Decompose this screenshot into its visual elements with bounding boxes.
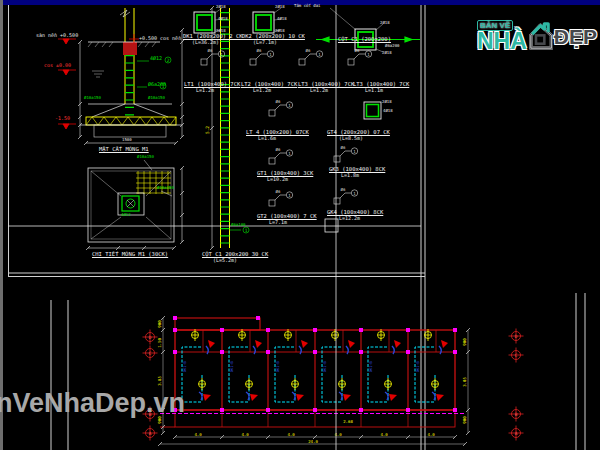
svg-text:900: 900 [462, 416, 467, 424]
rebar-label: Ø6a100 [231, 223, 245, 227]
rebar-label: Ø10a150 [84, 96, 101, 100]
svg-text:D: D [515, 334, 518, 339]
rebar-label: 2Ø18 [216, 29, 226, 33]
watermark-text: nVeNhaDep.vn [0, 388, 185, 419]
rebar-label: 4Ø18 [383, 109, 393, 113]
drawing-title-cross-section: MẶT CẮT MÓNG M1 [99, 146, 149, 152]
svg-text:DK1-B: DK1-B [323, 361, 327, 372]
beam-length-gk3: L=1.8m [341, 173, 359, 179]
beam-length-lt3: L=1.2m [310, 88, 328, 94]
foundation-cross-section: 2 1 [58, 8, 184, 145]
svg-text:Ø6: Ø6 [257, 48, 262, 53]
logo-house-icon [527, 13, 554, 59]
tie-note: Tâm cốt đai [294, 4, 321, 8]
foundation-beams-cyan [182, 347, 435, 402]
cad-drawing-canvas[interactable]: 2 1 [0, 0, 600, 450]
svg-text:4.0: 4.0 [380, 432, 388, 437]
crosshair-cursor [8, 5, 421, 450]
level-label: sàn nền +0.500 [36, 33, 78, 39]
rebar-label: 2Ø18 [275, 29, 285, 33]
svg-text:1: 1 [367, 52, 370, 57]
rebar-label: Ø6a200 [148, 82, 166, 88]
svg-text:1: 1 [288, 103, 291, 108]
svg-text:1: 1 [353, 149, 356, 154]
beam-length-lt2: L=1.2m [253, 88, 271, 94]
svg-text:DK1-B: DK1-B [230, 361, 234, 372]
svg-text:Ø6: Ø6 [355, 48, 360, 53]
rebar-label: 2Ø18 [382, 51, 392, 55]
svg-text:3.85: 3.85 [157, 376, 162, 386]
beam-length-lt3b: L=1.1m [365, 88, 383, 94]
rebar-label: 2Ø18 [275, 5, 285, 9]
beam-length-gk4: L=12.2m [339, 216, 360, 222]
svg-text:1: 1 [288, 193, 291, 198]
section-title-cot-c1: CỘT C1 (200x200) [338, 36, 391, 42]
svg-text:1: 1 [269, 52, 272, 57]
beam-title-lt4: LT 4 (100x200) 07CK [246, 129, 309, 135]
level-label: +0.500 cos nền [139, 36, 181, 42]
logo-nha-text: NHÀ [477, 31, 527, 52]
svg-text:2.68: 2.68 [343, 419, 353, 424]
beam-length-gt1: L=10.2m [267, 177, 288, 183]
svg-text:2: 2 [167, 58, 170, 63]
svg-text:Ø6: Ø6 [341, 145, 346, 150]
rebar-label: 2Ø18 [380, 21, 390, 25]
svg-text:4.0: 4.0 [287, 432, 295, 437]
svg-text:DK1-B: DK1-B [416, 361, 420, 372]
svg-text:Ø6: Ø6 [306, 48, 311, 53]
rebar-label: 2Ø18 [382, 100, 392, 104]
level-label: cos ±0.00 [44, 63, 71, 69]
svg-text:4.0: 4.0 [334, 432, 342, 437]
rebar-label: Ø10a150 [148, 96, 165, 100]
level-label: -1.50 [55, 116, 70, 122]
plan-dimension-lines [160, 318, 468, 444]
svg-text:900: 900 [462, 338, 467, 346]
viewport-borders [8, 5, 585, 450]
rebar-label: Ø6a200 [385, 44, 399, 48]
banvenhadep-logo: BẢN VẼ NHÀ ĐẸP [477, 8, 597, 64]
svg-text:1: 1 [288, 151, 291, 156]
svg-text:1.50: 1.50 [157, 338, 162, 348]
dimension-text: 1500 [122, 138, 132, 142]
svg-text:DK1-B: DK1-B [369, 361, 373, 372]
cad-application-window: 2 1 [0, 0, 600, 450]
svg-text:1: 1 [353, 191, 356, 196]
svg-text:Ø6: Ø6 [276, 189, 281, 194]
foundation-plan-detail [86, 160, 184, 250]
svg-text:C: C [515, 353, 518, 358]
section-length-dk1: (L=36.2m) [192, 40, 219, 46]
section-length-dk2: (L=7.1m) [253, 40, 277, 46]
rebar-label: Ø10a150 [157, 186, 174, 190]
svg-text:B: B [515, 412, 518, 417]
foundation-plan: DK1-B DK1-B DK1-B DK1-B DK1-B DK1-B D C … [143, 316, 524, 446]
svg-text:1: 1 [245, 228, 248, 233]
plan-beam-tags: DK1-B DK1-B DK1-B DK1-B DK1-B DK1-B [183, 361, 420, 372]
svg-text:DK1-B: DK1-B [183, 361, 187, 372]
svg-text:A: A [515, 431, 518, 436]
svg-text:C: C [149, 351, 152, 356]
beam-length-lt4: L=1.6m [258, 136, 276, 142]
beam-length-gt4: (L=8.5m) [339, 136, 363, 142]
rebar-label: 4Ø18 [277, 17, 287, 21]
logo-dep-text: ĐẸP [554, 26, 597, 47]
rebar-label: Ø10a150 [137, 155, 154, 159]
beam-length-lt1: L=1.2m [196, 88, 214, 94]
rebar-label: 4Ø12 [121, 213, 131, 217]
svg-text:D: D [149, 335, 152, 340]
rebar-label: 2Ø18 [216, 5, 226, 9]
svg-text:5.2: 5.2 [205, 126, 210, 134]
svg-text:3.05: 3.05 [462, 377, 467, 387]
svg-text:Ø6: Ø6 [208, 48, 213, 53]
beam-length-gt2: L=7.1m [269, 220, 287, 226]
svg-text:A: A [149, 431, 152, 436]
svg-text:4.0: 4.0 [241, 432, 249, 437]
svg-text:24.0: 24.0 [308, 439, 318, 444]
svg-text:Ø6: Ø6 [341, 187, 346, 192]
svg-text:1: 1 [318, 52, 321, 57]
svg-text:Ø6: Ø6 [276, 99, 281, 104]
svg-text:4.0: 4.0 [194, 432, 202, 437]
rebar-label: 4Ø12 [150, 56, 162, 62]
svg-text:DK1-B: DK1-B [276, 361, 280, 372]
drawing-title-foundation-detail: CHI TIẾT MÓNG M1 (30CK) [92, 251, 168, 257]
svg-text:900: 900 [157, 320, 162, 328]
